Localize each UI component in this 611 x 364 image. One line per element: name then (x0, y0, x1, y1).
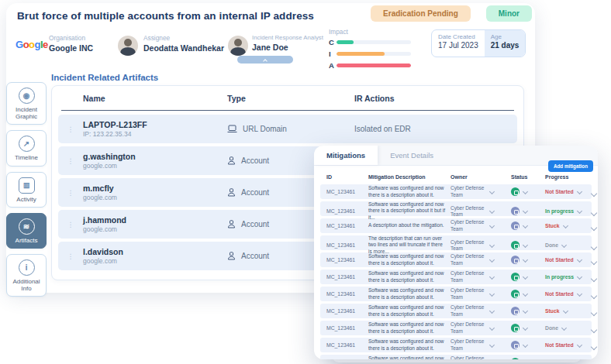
expand-row-icon[interactable] (591, 343, 597, 349)
progress-dropdown-icon[interactable] (562, 308, 568, 314)
expand-row-icon[interactable] (591, 258, 597, 264)
artifact-name-cell: l.davidson google.com (83, 247, 227, 265)
artifact-type: URL Domain (243, 125, 287, 133)
status-dropdown-icon[interactable] (523, 291, 528, 297)
status-icon (511, 256, 520, 264)
sidebar-item-artifacts[interactable]: Artifacts (6, 213, 47, 249)
assignee-field: Assignee Deodatta Wandhekar (143, 34, 224, 53)
sidebar-item-additional-info[interactable]: Additional Info (6, 254, 47, 297)
mitigation-status-cell (511, 307, 545, 315)
drag-handle-icon[interactable]: ⋮ (67, 252, 74, 260)
tab-event-details[interactable]: Event Details (378, 146, 446, 165)
status-dropdown-icon[interactable] (523, 189, 528, 194)
impact-fill (337, 64, 411, 67)
status-dropdown-icon[interactable] (523, 208, 528, 214)
column-description: Mitigation Description (368, 174, 450, 180)
mitigation-owner: Cyber Defense Team (450, 321, 486, 334)
expand-row-icon[interactable] (591, 243, 597, 249)
status-icon (511, 341, 520, 349)
owner-dropdown-icon[interactable] (489, 291, 495, 297)
mitigation-row: MC_123461 The description that can run o… (320, 235, 592, 250)
owner-dropdown-icon[interactable] (489, 223, 495, 228)
mitigation-expand-cell (592, 304, 598, 318)
sidebar-item-label: Additional Info (9, 278, 44, 292)
status-icon (511, 324, 520, 332)
artifact-name: g.washington (83, 152, 227, 161)
drag-handle-icon[interactable]: ⋮ (67, 125, 74, 133)
expand-row-icon[interactable] (591, 309, 597, 315)
account-icon (227, 220, 236, 228)
progress-dropdown-icon[interactable] (561, 325, 567, 331)
column-progress: Progress (545, 174, 592, 180)
status-dropdown-icon[interactable] (523, 308, 528, 314)
owner-dropdown-icon[interactable] (489, 242, 495, 248)
progress-dropdown-icon[interactable] (577, 291, 582, 297)
owner-dropdown-icon[interactable] (489, 208, 495, 214)
progress-dropdown-icon[interactable] (562, 223, 568, 228)
organisation-label: Organisation (49, 34, 93, 42)
owner-dropdown-icon[interactable] (489, 189, 495, 194)
analyst-label: Incident Response Analyst (252, 34, 323, 41)
tab-label: Event Details (390, 151, 433, 160)
mitigation-status-cell (511, 273, 545, 281)
mitigation-progress-cell: Not Started (545, 257, 592, 263)
status-dropdown-icon[interactable] (523, 223, 528, 228)
progress-dropdown-icon[interactable] (577, 342, 582, 348)
progress-dropdown-icon[interactable] (577, 208, 582, 214)
google-logo-letter: o (23, 39, 29, 50)
badges: Eradication Pending Minor (371, 5, 532, 22)
organisation-value: Google INC (49, 43, 93, 53)
owner-dropdown-icon[interactable] (489, 274, 495, 280)
mitigation-owner-cell: Cyber Defense Team (450, 219, 511, 232)
sidebar-item-activity[interactable]: Activity (6, 172, 47, 208)
impact-fill (337, 52, 385, 56)
mitigation-owner-cell: Cyber Defense Team (450, 205, 511, 218)
drag-handle-icon[interactable]: ⋮ (67, 221, 74, 228)
owner-dropdown-icon[interactable] (489, 308, 495, 314)
sidebar-item-timeline[interactable]: Timeline (6, 130, 47, 166)
sidebar-item-incident-graphic[interactable]: Incident Graphic (6, 82, 47, 125)
owner-dropdown-icon[interactable] (489, 325, 495, 331)
mitigation-progress-cell: Done (545, 242, 592, 248)
account-icon (227, 188, 236, 197)
organisation-field: Organisation Google INC (49, 34, 93, 53)
column-status: Status (511, 174, 545, 180)
mitigation-id: MC_123461 (326, 325, 368, 331)
mitigation-owner-cell: Cyber Defense Team (450, 253, 511, 266)
expand-row-icon[interactable] (591, 292, 597, 298)
drag-handle-icon[interactable]: ⋮ (67, 157, 74, 165)
column-owner: Owner (450, 174, 511, 180)
status-icon (511, 307, 520, 315)
expand-row-icon[interactable] (591, 190, 597, 196)
column-ir-actions: IR Actions (354, 94, 514, 103)
status-dropdown-icon[interactable] (523, 325, 528, 331)
status-dropdown-icon[interactable] (523, 257, 528, 263)
mitigation-row: MC_123461 Software was configured and no… (320, 304, 592, 318)
mitigation-id: MC_123461 (326, 208, 368, 214)
mitigation-owner-cell: Cyber Defense Team (450, 338, 511, 351)
progress-dropdown-icon[interactable] (577, 274, 582, 280)
google-logo-letter: o (29, 39, 34, 50)
progress-dropdown-icon[interactable] (577, 257, 582, 263)
status-dropdown-icon[interactable] (523, 342, 528, 348)
expand-row-icon[interactable] (591, 224, 597, 230)
mitigation-description: Software was configured and now there is… (368, 355, 450, 359)
mitigation-status-cell (511, 241, 545, 249)
progress-dropdown-icon[interactable] (561, 242, 567, 248)
status-dropdown-icon[interactable] (523, 242, 528, 248)
drag-handle-icon[interactable]: ⋮ (67, 189, 74, 197)
expand-row-icon[interactable] (591, 326, 597, 332)
owner-dropdown-icon[interactable] (489, 342, 495, 348)
progress-dropdown-icon[interactable] (577, 189, 582, 194)
expand-row-icon[interactable] (591, 275, 597, 281)
collapse-header-button[interactable] (237, 56, 293, 64)
add-mitigation-button[interactable]: Add mitigation (548, 160, 593, 172)
expand-row-icon[interactable] (591, 209, 597, 215)
tab-mitigations[interactable]: Mitigations (314, 146, 378, 165)
owner-dropdown-icon[interactable] (489, 257, 495, 263)
mitigation-progress-cell: Done (545, 325, 592, 331)
mitigation-status-cell (511, 341, 545, 349)
status-dropdown-icon[interactable] (523, 274, 528, 280)
google-logo: Google (16, 39, 48, 50)
artifact-row[interactable]: ⋮ LAPTOP-L213FF IP: 123.22.35.34 (58, 115, 517, 143)
